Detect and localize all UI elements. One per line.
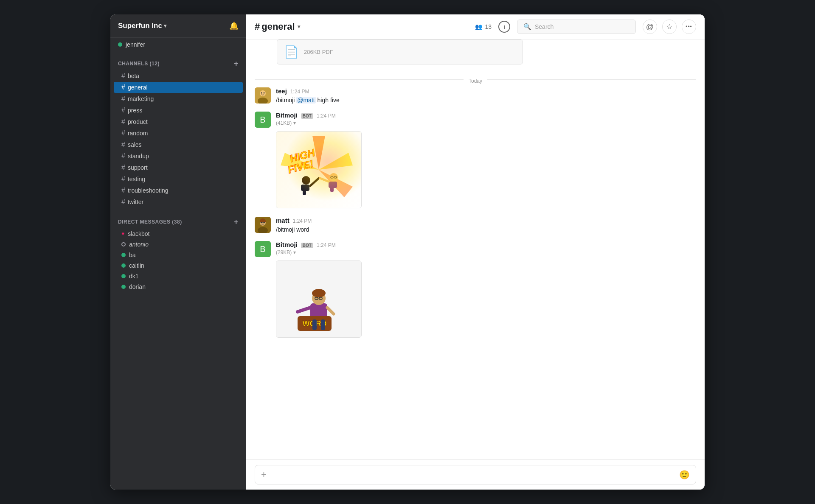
channel-name: general [261, 21, 295, 32]
offline-dot [121, 242, 126, 246]
dropdown-icon[interactable]: ▾ [293, 120, 296, 126]
online-dot [121, 285, 126, 289]
search-placeholder: Search [535, 23, 554, 30]
dm-label: DIRECT MESSAGES (38) [118, 219, 182, 225]
svg-point-33 [312, 289, 326, 297]
online-dot [121, 263, 126, 268]
message-group-teej: teej 1:24 PM /bitmoji @matt high five [255, 87, 696, 105]
search-box[interactable]: 🔍 Search [517, 20, 636, 34]
info-icon[interactable]: i [498, 21, 510, 33]
message-input[interactable] [271, 471, 675, 479]
workspace-chevron-icon: ▾ [164, 23, 166, 29]
message-content-bitmoji-1: Bitmoji BOT 1:24 PM (41KB) ▾ [276, 112, 696, 210]
dm-section-header: DIRECT MESSAGES (38) + [110, 211, 246, 228]
channel-item-testing[interactable]: # testing [114, 174, 243, 185]
channel-item-troubleshooting[interactable]: # troubleshooting [114, 185, 243, 196]
hash-icon: # [121, 72, 125, 80]
channel-header: # general ▾ 👥 13 i 🔍 Search @ [246, 14, 705, 39]
emoji-icon[interactable]: 🙂 [679, 470, 690, 480]
add-dm-icon[interactable]: + [234, 218, 239, 226]
high-five-sticker: HIGH FIVE! [276, 132, 361, 208]
more-button[interactable]: ••• [682, 20, 696, 34]
header-actions: @ ☆ ••• [643, 20, 696, 34]
message-meta-matt: matt 1:24 PM [276, 217, 696, 224]
sticker-burst [276, 132, 361, 208]
avatar-bitmoji-1: B [255, 112, 271, 128]
star-button[interactable]: ☆ [662, 20, 677, 34]
workspace-name-label: Superfun Inc [118, 22, 162, 30]
hash-icon: # [121, 141, 125, 148]
message-content-bitmoji-2: Bitmoji BOT 1:24 PM (29KB) ▾ [276, 241, 696, 339]
message-time: 1:24 PM [290, 89, 309, 95]
svg-point-4 [264, 92, 265, 94]
channel-item-marketing[interactable]: # marketing [114, 93, 243, 104]
svg-line-38 [327, 308, 334, 314]
channels-section-header: CHANNELS (12) + [110, 53, 246, 70]
message-content-teej: teej 1:24 PM /bitmoji @matt high five [276, 87, 696, 105]
channels-label: CHANNELS (12) [118, 61, 160, 67]
message-content-matt: matt 1:24 PM /bitmoji word [276, 217, 696, 234]
channel-item-product[interactable]: # product [114, 116, 243, 127]
search-icon: 🔍 [523, 23, 531, 31]
pdf-icon: 📄 [284, 45, 299, 59]
user-status: jennifer [110, 38, 246, 53]
bot-badge: BOT [301, 113, 313, 119]
channel-item-general[interactable]: # general [114, 82, 243, 93]
channel-item-support[interactable]: # support [114, 162, 243, 173]
message-group-bitmoji-1: B Bitmoji BOT 1:24 PM (41KB) ▾ [255, 112, 696, 210]
message-group-matt: matt 1:24 PM /bitmoji word [255, 217, 696, 234]
add-channel-icon[interactable]: + [234, 60, 239, 67]
hash-icon: # [121, 118, 125, 126]
attach-icon[interactable]: + [261, 470, 267, 479]
sender-name-bitmoji-2: Bitmoji [276, 241, 298, 248]
members-count[interactable]: 👥 13 [475, 23, 492, 30]
hash-icon: # [121, 152, 125, 160]
message-time-matt: 1:24 PM [293, 218, 312, 224]
hash-icon: # [121, 164, 125, 171]
dm-item-dk1[interactable]: dk1 [114, 271, 243, 281]
hash-icon: # [121, 198, 125, 206]
user-status-dot [118, 42, 122, 47]
message-group-bitmoji-2: B Bitmoji BOT 1:24 PM (29KB) ▾ [255, 241, 696, 339]
message-time-bitmoji-2: 1:24 PM [317, 242, 336, 248]
online-dot [121, 253, 126, 257]
channel-title[interactable]: # general ▾ [255, 21, 300, 32]
bell-icon[interactable]: 🔔 [229, 21, 239, 31]
message-text: /bitmoji @matt high five [276, 96, 696, 105]
dm-item-dorian[interactable]: dorian [114, 282, 243, 292]
sidebar: Superfun Inc ▾ 🔔 jennifer CHANNELS (12) … [110, 14, 246, 490]
input-box[interactable]: + 🙂 [255, 465, 696, 484]
attachment-size: (41KB) ▾ [276, 120, 696, 126]
svg-text:B: B [260, 244, 265, 254]
word-attachment: WORD [276, 260, 362, 338]
dm-item-slackbot[interactable]: ♥ slackbot [114, 229, 243, 239]
channel-item-sales[interactable]: # sales [114, 139, 243, 150]
workspace-name[interactable]: Superfun Inc ▾ [118, 22, 166, 30]
at-icon: @ [646, 22, 654, 31]
svg-text:B: B [260, 115, 265, 124]
members-icon: 👥 [475, 23, 482, 30]
svg-rect-42 [321, 319, 325, 330]
word-sticker: WORD [276, 261, 361, 337]
sender-name: teej [276, 87, 287, 95]
dm-item-ba[interactable]: ba [114, 250, 243, 260]
channel-item-beta[interactable]: # beta [114, 70, 243, 81]
main-content: # general ▾ 👥 13 i 🔍 Search @ [246, 14, 705, 490]
star-icon: ☆ [666, 22, 673, 31]
dm-item-antonio[interactable]: antonio [114, 239, 243, 249]
channel-chevron-icon: ▾ [298, 24, 300, 30]
dm-item-caitlin[interactable]: caitlin [114, 260, 243, 271]
sender-name-bitmoji: Bitmoji [276, 112, 298, 119]
avatar-bitmoji-2: B [255, 241, 271, 257]
channel-item-twitter[interactable]: # twitter [114, 196, 243, 207]
channel-item-standup[interactable]: # standup [114, 151, 243, 162]
hash-icon: # [121, 84, 125, 91]
channels-list: # beta # general # marketing # press # p… [110, 70, 246, 208]
hash-icon: # [121, 175, 125, 183]
dropdown-icon-2[interactable]: ▾ [293, 249, 296, 255]
channel-item-random[interactable]: # random [114, 128, 243, 139]
at-button[interactable]: @ [643, 20, 657, 34]
heart-icon: ♥ [121, 231, 124, 237]
avatar-matt [255, 217, 271, 233]
channel-item-press[interactable]: # press [114, 105, 243, 116]
